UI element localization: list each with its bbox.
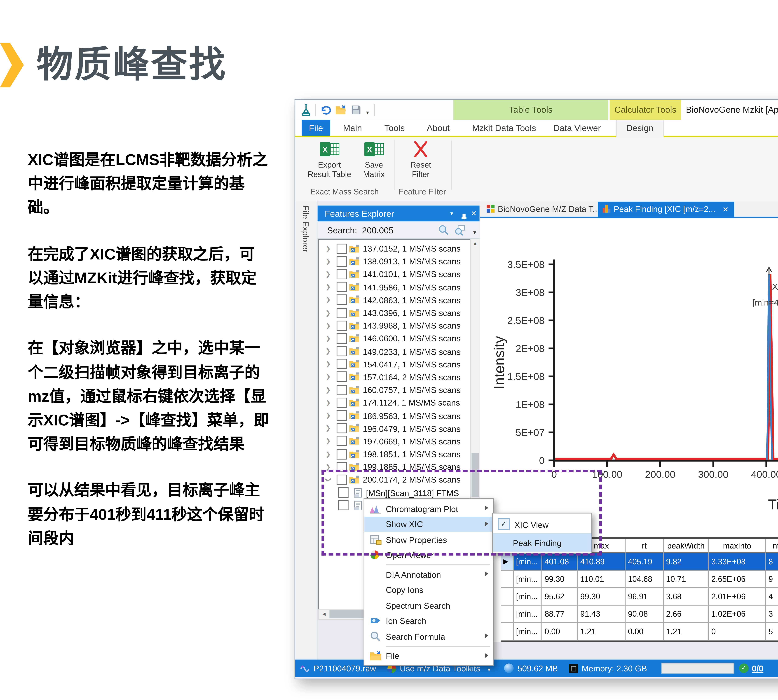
undo-icon[interactable]: [320, 104, 331, 115]
features-explorer-titlebar[interactable]: Features Explorer: [317, 205, 479, 222]
table-row[interactable]: [min... 99.30 110.01 104.68 10.71 2.65E+…: [501, 571, 778, 588]
tab-design[interactable]: Design: [616, 120, 664, 137]
checkbox[interactable]: [337, 333, 347, 343]
search-input[interactable]: 200.005: [362, 222, 394, 239]
expand-chevron-icon[interactable]: [326, 386, 334, 393]
contextual-tab-calculator-tools[interactable]: Calculator Tools: [609, 100, 681, 120]
checkbox[interactable]: [337, 282, 347, 292]
tree-item[interactable]: 146.0600, 1 MS/MS scans: [319, 332, 478, 345]
column-header[interactable]: peakWidth: [664, 539, 709, 553]
checkbox[interactable]: [337, 269, 347, 279]
tree-item[interactable]: 137.0152, 1 MS/MS scans: [319, 242, 478, 255]
checkbox[interactable]: [337, 397, 347, 408]
expand-chevron-icon[interactable]: [326, 335, 334, 342]
menu-item-file[interactable]: File: [364, 648, 493, 663]
tree-item[interactable]: 142.0863, 1 MS/MS scans: [319, 293, 478, 306]
checkbox[interactable]: [337, 436, 347, 446]
checkbox[interactable]: [337, 295, 347, 305]
scroll-left-icon[interactable]: [319, 610, 329, 619]
expand-chevron-icon[interactable]: [326, 463, 334, 470]
scroll-up-icon[interactable]: [471, 239, 479, 248]
tree-item[interactable]: 160.0757, 1 MS/MS scans: [319, 383, 478, 397]
expand-chevron-icon[interactable]: [326, 373, 334, 380]
tree-item[interactable]: 143.9968, 1 MS/MS scans: [319, 319, 478, 332]
tree-item[interactable]: 198.1851, 1 MS/MS scans: [319, 448, 478, 461]
checkbox[interactable]: [337, 359, 347, 369]
search-icon[interactable]: [438, 225, 449, 236]
expand-chevron-icon[interactable]: [326, 361, 334, 368]
tab-data-viewer[interactable]: Data Viewer: [548, 120, 606, 137]
checkbox[interactable]: [337, 308, 347, 318]
tree-item[interactable]: 157.0164, 2 MS/MS scans: [319, 370, 478, 383]
menu-item-dia-annotation[interactable]: DIA Annotation: [364, 567, 493, 582]
expand-chevron-icon[interactable]: [326, 245, 334, 252]
checkbox[interactable]: [337, 256, 347, 267]
row-stub[interactable]: [501, 553, 514, 571]
save-matrix-button[interactable]: X Save Matrix: [356, 140, 392, 178]
table-row[interactable]: [min... 88.77 91.43 90.08 2.66 1.02E+06 …: [501, 606, 778, 623]
checkbox[interactable]: [337, 372, 347, 382]
reset-filter-button[interactable]: Reset Filter: [400, 140, 441, 178]
expand-chevron-icon[interactable]: [326, 258, 334, 265]
doc-tab-mz-data[interactable]: BioNovoGene M/Z Data T...: [482, 202, 599, 217]
row-stub[interactable]: [501, 623, 514, 640]
tab-mzkit-data-tools[interactable]: Mzkit Data Tools: [467, 120, 541, 137]
checkbox[interactable]: [337, 449, 347, 459]
column-header[interactable]: nticks: [766, 539, 778, 553]
row-stub[interactable]: [501, 571, 514, 588]
file-explorer-side-tab[interactable]: File Explorer: [296, 201, 317, 660]
tab-main[interactable]: Main: [337, 120, 368, 137]
tree-item[interactable]: 186.9563, 1 MS/MS scans: [319, 409, 478, 422]
tree-item[interactable]: 141.9586, 1 MS/MS scans: [319, 281, 478, 293]
search-options-icon[interactable]: [454, 225, 465, 236]
tree-item[interactable]: 138.0913, 1 MS/MS scans: [319, 255, 478, 268]
expand-chevron-icon[interactable]: [326, 399, 334, 406]
expand-chevron-icon[interactable]: [326, 296, 334, 303]
checkbox[interactable]: [337, 385, 347, 395]
save-icon[interactable]: [351, 105, 361, 115]
checkbox[interactable]: [337, 410, 347, 421]
column-header[interactable]: maxInto: [709, 539, 766, 553]
expand-chevron-icon[interactable]: [326, 271, 334, 278]
panel-close-icon[interactable]: [471, 205, 477, 222]
table-row[interactable]: [min... 401.08 410.89 405.19 9.82 3.33E+…: [501, 553, 778, 571]
checkbox[interactable]: [337, 423, 347, 433]
doc-tab-peak-finding[interactable]: Peak Finding [XIC [m/z=2...: [598, 202, 734, 217]
expand-chevron-icon[interactable]: [326, 348, 334, 355]
expand-chevron-icon[interactable]: [326, 438, 334, 445]
doc-tab-close-icon[interactable]: [723, 202, 728, 217]
tree-item[interactable]: 197.0669, 1 MS/MS scans: [319, 435, 478, 448]
checkbox[interactable]: [337, 320, 347, 331]
row-stub[interactable]: [501, 606, 514, 623]
checkbox[interactable]: [337, 346, 347, 357]
column-header[interactable]: rt: [626, 539, 664, 553]
contextual-tab-table-tools[interactable]: Table Tools: [453, 100, 608, 120]
expand-chevron-icon[interactable]: [326, 309, 334, 316]
tree-item[interactable]: 143.0396, 1 MS/MS scans: [319, 306, 478, 319]
expand-chevron-icon[interactable]: [326, 283, 334, 291]
menu-item-ion-search[interactable]: Ion Search: [364, 613, 493, 628]
tab-about[interactable]: About: [421, 120, 456, 137]
panel-dropdown-icon[interactable]: [449, 205, 454, 222]
table-row[interactable]: [min... 95.62 99.30 96.91 3.68 2.01E+06 …: [501, 588, 778, 606]
tree-item[interactable]: 174.1124, 1 MS/MS scans: [319, 396, 478, 409]
expand-chevron-icon[interactable]: [326, 450, 334, 458]
tree-item[interactable]: 154.0417, 1 MS/MS scans: [319, 358, 478, 370]
checkbox[interactable]: [337, 243, 347, 253]
tab-tools[interactable]: Tools: [378, 120, 411, 137]
table-row[interactable]: [min... 0.00 1.21 0.00 1.21 0 5 0 0.000 …: [501, 623, 778, 640]
export-result-table-button[interactable]: X Export Result Table: [306, 140, 352, 178]
expand-chevron-icon[interactable]: [326, 322, 334, 329]
status-task-counter[interactable]: 0/0: [752, 663, 763, 673]
menu-item-spectrum-search[interactable]: Spectrum Search: [364, 598, 493, 613]
menu-item-search-formula[interactable]: Search Formula: [364, 628, 493, 644]
menu-item-copy-ions[interactable]: Copy Ions: [364, 582, 493, 597]
open-folder-icon[interactable]: [335, 105, 347, 115]
row-stub[interactable]: [501, 588, 514, 606]
search-splitter-icon[interactable]: [472, 222, 477, 241]
tab-file[interactable]: File: [302, 120, 331, 137]
qat-dropdown-icon[interactable]: [365, 103, 370, 117]
tree-item[interactable]: 141.0101, 1 MS/MS scans: [319, 268, 478, 281]
expand-chevron-icon[interactable]: [326, 412, 334, 419]
tree-item[interactable]: 196.0479, 1 MS/MS scans: [319, 422, 478, 435]
